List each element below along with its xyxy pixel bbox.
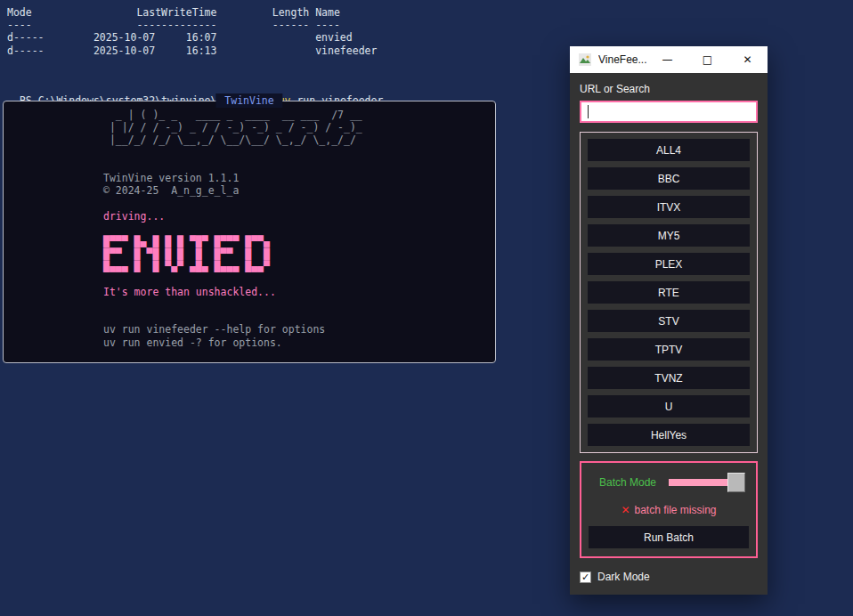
service-button-u[interactable]: U	[588, 395, 750, 417]
url-input[interactable]	[580, 101, 758, 123]
blank-line	[103, 273, 484, 286]
batch-mode-slider[interactable]	[669, 473, 745, 492]
service-button-hellyes[interactable]: HellYes	[588, 424, 750, 446]
blank-line	[103, 311, 484, 323]
envied-art-line: █▄▄▄ █ █ ▀▄▀ ▄█▄ █▄▄▄ █▄▄▀	[103, 260, 484, 272]
dark-mode-label: Dark Mode	[597, 571, 650, 583]
tagline: It's more than unshackled...	[103, 286, 484, 298]
blank-line	[103, 197, 484, 209]
service-button-plex[interactable]: PLEX	[588, 253, 750, 275]
service-button-tvnz[interactable]: TVNZ	[588, 367, 750, 389]
service-button-rte[interactable]: RTE	[588, 281, 750, 304]
services-list: ALL4 BBC ITVX MY5 PLEX RTE STV TPTV TVNZ…	[580, 132, 758, 453]
blank-line	[103, 298, 484, 311]
envied-art-line: █▀▀▀ █▄ █ █ █ ▀█▀ █▀▀▀ █▀▀▄	[103, 235, 484, 247]
terminal-output: Mode LastWriteTime Length Name ---- ----…	[7, 6, 377, 57]
app-icon	[579, 53, 591, 66]
checkmark-icon: ✓	[581, 572, 589, 582]
ascii-art-line: |__/_/ /_/ \__,_/ \__/\__/ \_,_/ \_,_/_/	[103, 134, 484, 146]
window-body: URL or Search ALL4 BBC ITVX MY5 PLEX RTE…	[570, 83, 768, 583]
dark-mode-row[interactable]: ✓ Dark Mode	[580, 571, 758, 583]
url-input-wrap	[580, 101, 758, 123]
twinvine-banner-panel: TwinVine _ | ( )_ _ ____ _ ____ __ ___ /…	[3, 101, 496, 363]
copyright-line: © 2024-25 A_n_g_e_l_a	[103, 184, 484, 197]
ascii-art-line: | |/ / / -_) _ / / -_) -_) _ / -_) / -_)…	[103, 121, 484, 134]
minimize-button[interactable]: —	[647, 46, 687, 73]
service-button-bbc[interactable]: BBC	[588, 167, 750, 190]
close-button[interactable]: ✕	[727, 46, 768, 73]
run-batch-button[interactable]: Run Batch	[589, 526, 749, 548]
batch-mode-label: Batch Mode	[599, 476, 656, 489]
url-label: URL or Search	[580, 83, 758, 95]
service-button-itvx[interactable]: ITVX	[588, 196, 750, 218]
slider-handle[interactable]	[727, 473, 745, 492]
batch-status-text: batch file missing	[635, 504, 717, 516]
dir-separator: ---- ------------- ------ ----	[7, 19, 377, 31]
dir-row-envied: d----- 2025-10-07 16:07 envied	[7, 31, 377, 44]
dark-mode-checkbox[interactable]: ✓	[580, 571, 591, 583]
service-button-tptv[interactable]: TPTV	[588, 338, 750, 361]
dir-row-vinefeeder: d----- 2025-10-07 16:13 vinefeeder	[7, 45, 377, 57]
error-x-icon: ✕	[621, 504, 630, 516]
ascii-art-line: _ | ( )_ _ ____ _ ____ __ ___ /7 __	[103, 109, 484, 121]
batch-mode-row: Batch Mode	[589, 471, 749, 492]
help-line: uv run envied -? for options.	[103, 336, 484, 349]
blank-line	[103, 223, 484, 235]
service-button-my5[interactable]: MY5	[588, 224, 750, 247]
batch-status-row: ✕ batch file missing	[589, 504, 749, 516]
batch-panel: Batch Mode ✕ batch file missing Run Batc…	[580, 461, 758, 558]
driving-line: driving...	[103, 210, 484, 223]
envied-art-line: █▀▀ █ ▀█ █ █ █ █▀▀ █ █	[103, 247, 484, 260]
blank-line	[103, 147, 484, 159]
service-button-stv[interactable]: STV	[588, 310, 750, 332]
vinefeeder-window: VineFee... — □ ✕ URL or Search ALL4 BBC …	[570, 46, 768, 595]
window-controls: — □ ✕	[647, 46, 768, 73]
maximize-button[interactable]: □	[687, 46, 727, 73]
text-cursor	[588, 105, 589, 118]
version-line: TwinVine version 1.1.1	[103, 172, 484, 184]
panel-title: TwinVine	[215, 93, 282, 108]
panel-content: _ | ( )_ _ ____ _ ____ __ ___ /7 __ | |/…	[4, 101, 495, 349]
titlebar[interactable]: VineFee... — □ ✕	[570, 46, 768, 73]
dir-header: Mode LastWriteTime Length Name	[7, 6, 377, 19]
window-title: VineFee...	[598, 53, 647, 66]
blank-line	[103, 159, 484, 172]
service-button-all4[interactable]: ALL4	[588, 139, 750, 161]
help-line: uv run vinefeeder --help for options	[103, 323, 484, 336]
